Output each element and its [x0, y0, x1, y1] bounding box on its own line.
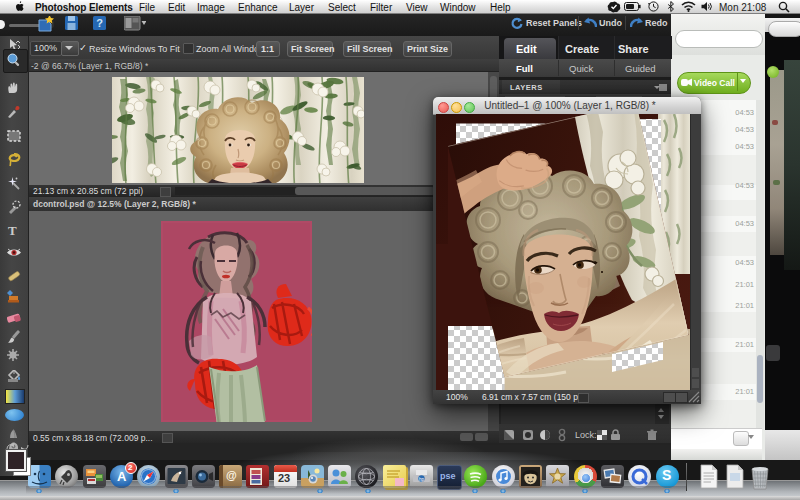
svg-text:hp: hp [419, 477, 425, 482]
svg-text:?: ? [96, 17, 103, 29]
